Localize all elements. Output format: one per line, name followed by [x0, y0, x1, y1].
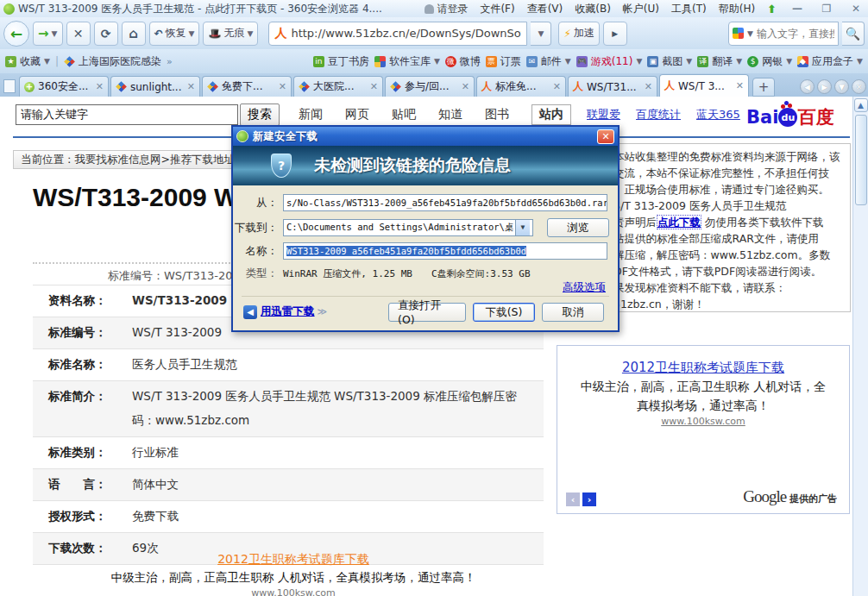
skin-icon[interactable]: ⬆ — [767, 3, 777, 16]
browse-button[interactable]: 浏览 — [547, 218, 609, 237]
tab-free-download[interactable]: 免费下...✕ — [202, 76, 292, 97]
bookmark-screenshot[interactable]: ▣截图▼ — [647, 54, 692, 69]
bottom-ad-link[interactable]: 2012卫生职称考试题库下载 — [52, 552, 535, 568]
menu-view[interactable]: 查看(V) — [527, 2, 563, 16]
link-lantian365[interactable]: 蓝天365 — [696, 107, 740, 122]
search-go-button[interactable]: 🔍 — [842, 22, 865, 46]
search-input[interactable] — [757, 28, 834, 40]
tab-close-icon[interactable]: ✕ — [645, 81, 652, 92]
back-button[interactable]: ← — [3, 21, 29, 47]
tab-close-icon[interactable]: ✕ — [553, 81, 561, 92]
close-button[interactable]: ✕ — [847, 3, 865, 15]
ad-pager: ‹ › — [566, 492, 596, 506]
ad-next-button[interactable]: › — [582, 492, 596, 506]
thunder-download-link[interactable]: 用迅雷下载 — [261, 304, 315, 319]
bookmark-docin[interactable]: in豆丁书房 — [313, 54, 369, 69]
nav-site-search[interactable]: 站内 — [531, 104, 571, 125]
search-engine-icon[interactable] — [733, 28, 744, 39]
tab-sunlight[interactable]: sunlight...✕ — [110, 76, 200, 97]
address-input[interactable] — [291, 27, 521, 40]
ad-title-link[interactable]: 2012卫生职称考试题库下载 — [557, 360, 849, 376]
double-chevron-icon[interactable]: ≫ — [318, 306, 328, 317]
speed-more-button[interactable]: ▶ — [603, 22, 627, 46]
keyword-input[interactable] — [16, 104, 238, 125]
saveto-field[interactable]: C:\Documents and Settings\Administrator\… — [283, 219, 533, 236]
menu-account[interactable]: 帐户(U) — [623, 2, 659, 16]
restore-session-button[interactable]: ↶恢复▼ — [149, 22, 200, 46]
combo-dropdown-icon[interactable]: ▼ — [515, 220, 530, 235]
bookmark-translate[interactable]: 译翻译▼ — [697, 54, 742, 69]
nav-books[interactable]: 图书 — [485, 107, 509, 122]
chevron-down-icon: ▼ — [636, 57, 642, 66]
bookmark-appbox[interactable]: ◆应用盒子▼ — [797, 54, 863, 69]
bookmark-shanghai-hospital[interactable]: 上海国际医院感染 — [64, 54, 161, 69]
ad-prev-button[interactable]: ‹ — [566, 492, 580, 506]
nav-zhidao[interactable]: 知道 — [438, 107, 462, 122]
link-baidu-tongji[interactable]: 百度统计 — [636, 107, 681, 122]
bookmark-games[interactable]: 🎮游戏(11)▼ — [576, 54, 643, 69]
nav-tieba[interactable]: 贴吧 — [392, 107, 416, 122]
tab-wst3-active[interactable]: 人WS/T 3...✕ — [659, 74, 749, 97]
tab-close-icon[interactable]: ✕ — [279, 81, 286, 92]
address-dropdown-button[interactable]: ▼ — [531, 22, 551, 46]
login-button[interactable]: 请登录 — [425, 2, 468, 16]
menu-favorites[interactable]: 收藏(B) — [575, 2, 611, 16]
tab-close-icon[interactable]: ✕ — [96, 81, 104, 92]
tab-close-icon[interactable]: ✕ — [370, 81, 378, 92]
dialog-title-bar: 新建安全下载 ✕ — [233, 127, 618, 146]
refresh-button[interactable]: ⟳ — [94, 22, 118, 46]
tab-list-icon[interactable] — [3, 79, 16, 93]
speed-button[interactable]: ⚡加速 — [558, 22, 599, 46]
bookmark-weibo[interactable]: 微微博 — [445, 54, 481, 69]
menu-help[interactable]: 帮助(H) — [719, 2, 755, 16]
home-button[interactable]: ⌂ — [122, 22, 146, 46]
tab-hospital[interactable]: 大医院...✕ — [293, 76, 383, 97]
tab-scroll-right-button[interactable]: ▶ — [817, 79, 832, 94]
from-field[interactable]: s/No-Class/WST313-2009_a56feb451a9fa20bf… — [283, 194, 607, 211]
link-lianmengai[interactable]: 联盟爱 — [587, 107, 620, 122]
bookmark-software-box[interactable]: 软件宝库▼ — [374, 54, 440, 69]
ad-url-link[interactable]: www.100ksw.com — [557, 416, 849, 427]
address-bar[interactable]: 人 — [268, 22, 527, 46]
tab-close-icon[interactable]: ✕ — [462, 81, 469, 92]
new-tab-button[interactable]: + — [752, 78, 775, 97]
open-directly-button[interactable]: 直接打开(O) — [388, 303, 466, 322]
download-button[interactable]: 下载(S) — [473, 303, 535, 322]
tab-scroll-left-button[interactable]: ◀ — [800, 79, 815, 94]
menu-file[interactable]: 文件(F) — [480, 2, 514, 16]
incognito-button[interactable]: 🎩无痕▼ — [203, 22, 258, 46]
scroll-up-button[interactable]: ▲ — [854, 98, 868, 112]
stop-button[interactable]: ✕ — [66, 22, 91, 46]
tab-list-dropdown-button[interactable]: ▼ — [834, 79, 849, 94]
forward-button[interactable]: →▼ — [33, 22, 63, 46]
bookmark-tickets[interactable]: 票订票 — [486, 54, 521, 69]
home-icon: ⌂ — [129, 26, 138, 41]
bookmark-mail[interactable]: ✉邮件▼ — [526, 54, 571, 69]
saveto-label: 下载到： — [233, 221, 283, 235]
minimize-button[interactable]: — — [789, 3, 806, 15]
maximize-button[interactable]: ❐ — [818, 3, 835, 15]
tab-close-icon[interactable]: ✕ — [736, 80, 744, 91]
bookmark-bank[interactable]: $网银▼ — [747, 54, 792, 69]
tab-close-all-button[interactable]: ✕ — [852, 79, 866, 94]
filename-field[interactable]: WST313-2009_a56feb451a9fa20bf5bfdd656bd6… — [283, 242, 607, 260]
tab-participate[interactable]: 参与/回...✕ — [385, 76, 475, 97]
nav-news[interactable]: 新闻 — [299, 107, 323, 122]
tab-close-icon[interactable]: ✕ — [187, 81, 195, 92]
favorites-menu-button[interactable]: ★收藏▼ — [5, 54, 50, 69]
search-box[interactable]: ▼ — [728, 22, 839, 46]
tab-standard-free[interactable]: 人标准免...✕ — [476, 76, 566, 97]
bottom-ad-url[interactable]: www.100ksw.com — [52, 587, 535, 596]
advanced-options-link[interactable]: 高级选项 — [563, 280, 606, 295]
dialog-close-button[interactable]: ✕ — [597, 129, 614, 144]
nav-web[interactable]: 网页 — [345, 107, 369, 122]
page-scrollbar[interactable]: ▲ — [852, 97, 868, 596]
click-to-download-link[interactable]: 点此下载 — [657, 215, 701, 229]
tab-wst31[interactable]: 人WS/T31...✕ — [568, 76, 657, 97]
menu-tools[interactable]: 工具(T) — [671, 2, 707, 16]
tab-360-safety[interactable]: +360安全...✕ — [19, 76, 109, 97]
cancel-button[interactable]: 取消 — [542, 303, 604, 322]
scrollbar-thumb[interactable] — [855, 115, 867, 205]
site-search-button[interactable]: 搜索 — [240, 104, 280, 126]
overflow-chevron-icon[interactable]: » — [167, 56, 173, 67]
